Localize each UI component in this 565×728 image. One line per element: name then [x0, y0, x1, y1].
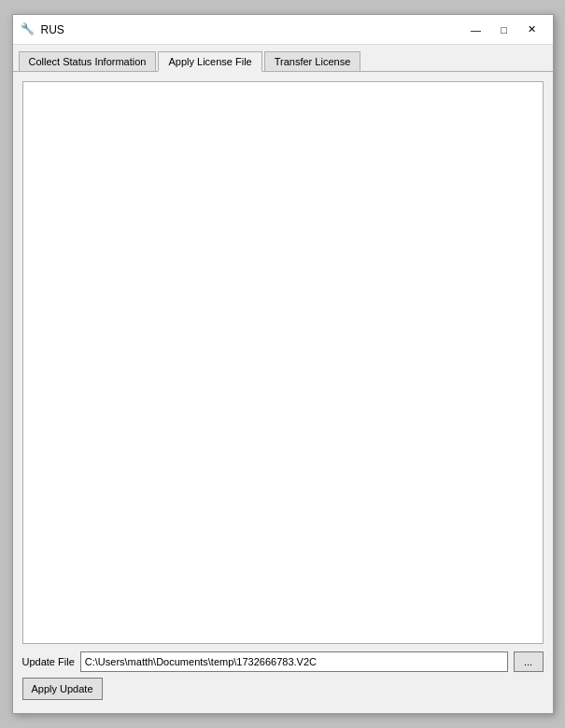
window-title: RUS — [41, 23, 463, 36]
tab-transfer-license[interactable]: Transfer License — [264, 51, 361, 72]
maximize-button[interactable]: □ — [491, 21, 517, 39]
update-file-label: Update File — [22, 656, 75, 667]
text-display-area[interactable] — [22, 81, 544, 644]
browse-button[interactable]: ... — [514, 651, 544, 672]
update-file-input[interactable] — [80, 651, 508, 672]
tab-bar: Collect Status Information Apply License… — [13, 45, 553, 72]
minimize-button[interactable]: — — [463, 21, 489, 39]
bottom-controls: Update File ... Apply Update — [22, 651, 544, 704]
tab-apply-license[interactable]: Apply License File — [158, 51, 261, 72]
main-window: 🔧 RUS — □ ✕ Collect Status Information A… — [12, 14, 554, 714]
window-controls: — □ ✕ — [463, 21, 545, 39]
content-area: Update File ... Apply Update — [13, 72, 553, 713]
close-button[interactable]: ✕ — [519, 21, 545, 39]
title-bar: 🔧 RUS — □ ✕ — [13, 15, 553, 45]
update-file-row: Update File ... — [22, 651, 544, 672]
tab-collect-status[interactable]: Collect Status Information — [19, 51, 157, 72]
app-icon: 🔧 — [21, 22, 35, 37]
apply-update-button[interactable]: Apply Update — [22, 678, 103, 700]
